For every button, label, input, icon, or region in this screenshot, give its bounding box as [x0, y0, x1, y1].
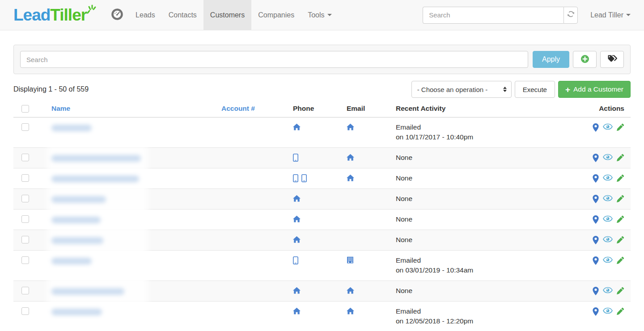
- view-map-button[interactable]: [593, 123, 599, 134]
- home-phone-icon: [293, 307, 301, 316]
- row-checkbox[interactable]: [21, 215, 29, 223]
- home-email-icon: [347, 174, 354, 183]
- view-map-button[interactable]: [593, 174, 599, 184]
- row-checkbox[interactable]: [21, 287, 29, 294]
- row-checkbox[interactable]: [21, 195, 29, 202]
- eye-icon: [603, 236, 613, 244]
- row-checkbox[interactable]: [21, 123, 29, 131]
- customers-table: Name Account # Phone Email Recent Activi…: [13, 101, 631, 331]
- eye-icon: [603, 287, 613, 295]
- filter-search-input[interactable]: [20, 51, 528, 68]
- navbar-search-input[interactable]: [423, 7, 564, 24]
- view-button[interactable]: [603, 307, 613, 316]
- edit-button[interactable]: [617, 123, 624, 133]
- eye-icon: [603, 174, 613, 183]
- view-button[interactable]: [603, 287, 613, 295]
- edit-button[interactable]: [617, 287, 624, 296]
- view-map-button[interactable]: [593, 307, 599, 318]
- select-all-checkbox[interactable]: [21, 105, 29, 113]
- row-checkbox[interactable]: [21, 174, 29, 182]
- customer-row: None: [13, 230, 631, 251]
- map-pin-icon: [593, 174, 599, 184]
- phone-cell: [288, 168, 342, 189]
- customer-name-link-blurred[interactable]: [51, 196, 106, 203]
- view-map-button[interactable]: [593, 256, 599, 267]
- customer-row: None: [13, 281, 631, 302]
- map-pin-icon: [593, 307, 599, 318]
- dashboard-link[interactable]: [106, 0, 129, 30]
- add-filter-button[interactable]: [573, 51, 597, 68]
- eye-icon: [603, 154, 613, 162]
- col-header-activity: Recent Activity: [391, 101, 528, 117]
- pencil-icon: [617, 195, 624, 204]
- home-phone-icon: [293, 195, 301, 204]
- customer-name-link-blurred[interactable]: [51, 217, 101, 223]
- edit-button[interactable]: [617, 256, 624, 266]
- customer-name-link-blurred[interactable]: [51, 125, 92, 131]
- phone-cell: [288, 117, 342, 148]
- col-header-actions: Actions: [528, 101, 631, 117]
- user-menu[interactable]: Lead Tiller: [590, 11, 631, 19]
- customer-row: None: [13, 168, 631, 189]
- nav-item-tools[interactable]: Tools: [301, 0, 338, 30]
- tags-button[interactable]: [600, 51, 624, 68]
- view-button[interactable]: [603, 256, 613, 265]
- row-checkbox[interactable]: [21, 236, 29, 243]
- account-number-cell: [217, 168, 288, 189]
- view-button[interactable]: [603, 215, 613, 224]
- customer-name-link-blurred[interactable]: [51, 258, 92, 264]
- edit-button[interactable]: [617, 215, 624, 225]
- home-email-icon: [347, 154, 354, 163]
- primary-nav: Leads Contacts Customers Companies Tools: [129, 0, 338, 30]
- home-phone-icon: [293, 287, 301, 296]
- operation-select[interactable]: - Choose an operation -: [411, 81, 512, 98]
- customer-name-link-blurred[interactable]: [51, 288, 124, 295]
- customer-name-link-blurred[interactable]: [51, 237, 103, 244]
- nav-item-customers[interactable]: Customers: [203, 0, 251, 30]
- view-button[interactable]: [603, 195, 613, 203]
- customer-name-link-blurred[interactable]: [51, 155, 141, 162]
- row-checkbox[interactable]: [21, 256, 29, 264]
- edit-button[interactable]: [617, 236, 624, 245]
- nav-item-companies[interactable]: Companies: [251, 0, 301, 30]
- account-number-cell: [217, 117, 288, 148]
- edit-button[interactable]: [617, 174, 624, 184]
- nav-item-leads[interactable]: Leads: [129, 0, 162, 30]
- customer-name-link-blurred[interactable]: [51, 176, 139, 182]
- view-button[interactable]: [603, 123, 613, 132]
- add-customer-button[interactable]: + Add a Customer: [558, 81, 631, 98]
- view-button[interactable]: [603, 236, 613, 244]
- mobile-phone-icon: [293, 256, 298, 266]
- col-header-name[interactable]: Name: [51, 105, 70, 112]
- execute-button[interactable]: Execute: [515, 81, 555, 98]
- refresh-button[interactable]: [564, 7, 578, 24]
- recent-activity-cell: None: [391, 209, 528, 230]
- list-toolbar: Displaying 1 - 50 of 559 - Choose an ope…: [13, 81, 631, 98]
- row-checkbox[interactable]: [21, 307, 29, 315]
- starburst-icon: [85, 4, 97, 17]
- email-cell: [342, 189, 391, 209]
- customer-row: None: [13, 189, 631, 209]
- view-map-button[interactable]: [593, 287, 599, 297]
- nav-item-contacts[interactable]: Contacts: [162, 0, 203, 30]
- home-phone-icon: [293, 123, 301, 132]
- col-header-account[interactable]: Account #: [221, 105, 255, 112]
- pencil-icon: [617, 236, 624, 245]
- navbar-search-group: [423, 7, 578, 24]
- view-map-button[interactable]: [593, 236, 599, 246]
- customer-name-link-blurred[interactable]: [51, 309, 102, 315]
- row-checkbox[interactable]: [21, 154, 29, 161]
- view-button[interactable]: [603, 174, 613, 183]
- email-cell: [342, 281, 391, 302]
- plus-circle-icon: [580, 54, 589, 65]
- chevron-down-icon: [327, 14, 332, 16]
- edit-button[interactable]: [617, 195, 624, 204]
- view-map-button[interactable]: [593, 215, 599, 226]
- view-map-button[interactable]: [593, 154, 599, 164]
- edit-button[interactable]: [617, 307, 624, 317]
- edit-button[interactable]: [617, 154, 624, 163]
- view-map-button[interactable]: [593, 195, 599, 205]
- view-button[interactable]: [603, 154, 613, 162]
- brand-logo[interactable]: LeadTiller: [0, 0, 106, 30]
- apply-button[interactable]: Apply: [533, 51, 569, 68]
